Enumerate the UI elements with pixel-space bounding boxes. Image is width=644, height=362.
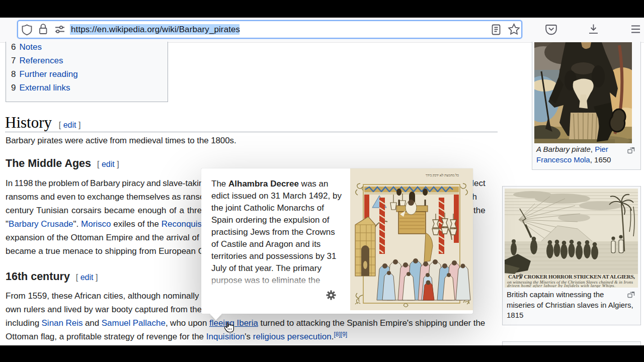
svg-text:כל מחמצת לא ידבק בידך: כל מחמצת לא ידבק בידך <box>426 173 459 177</box>
svg-text:CAP℣ CROKER HORROR STRICKEN AT: CAP℣ CROKER HORROR STRICKEN AT ALGIERS, <box>508 274 635 280</box>
svg-text:driven home after labour by In: driven home after labour by Infidels wit… <box>507 283 615 288</box>
